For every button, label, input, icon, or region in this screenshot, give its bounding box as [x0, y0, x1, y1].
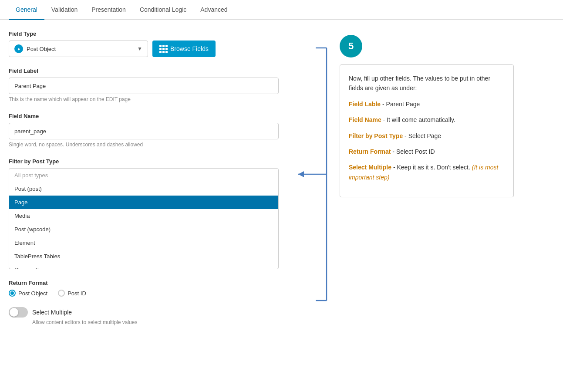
tab-validation[interactable]: Validation — [44, 0, 84, 20]
annotation-filter-val: - Select Page — [403, 132, 441, 139]
filter-post-type-list[interactable]: All post types Post (post) Page Media Po… — [9, 169, 278, 269]
right-panel: 5 Now, fill up other fields. The values … — [296, 30, 554, 325]
list-item-all[interactable]: All post types — [9, 169, 278, 182]
list-item-media[interactable]: Media — [9, 209, 278, 223]
annotation-field-label-val: - Parent Page — [381, 101, 420, 108]
tab-advanced[interactable]: Advanced — [193, 0, 234, 20]
return-format-radio-group: Post Object Post ID — [9, 290, 279, 297]
annotation-field-name-key: Field Name — [349, 116, 381, 123]
radio-post-object[interactable]: Post Object — [9, 290, 47, 297]
filter-post-type-listbox: All post types Post (post) Page Media Po… — [9, 168, 279, 269]
return-format-label: Return Format — [9, 280, 279, 286]
annotation-return-key: Return Format — [349, 148, 391, 155]
chevron-down-icon: ▼ — [137, 46, 142, 52]
field-name-hint: Single word, no spaces. Underscores and … — [9, 142, 279, 148]
toggle-knob — [10, 308, 18, 317]
toggle-row: Select Multiple — [9, 307, 279, 318]
field-type-row: ● Post Object ▼ Browse Fields — [9, 41, 279, 57]
radio-post-object-input[interactable] — [9, 290, 16, 297]
field-type-label: Field Type — [9, 30, 279, 37]
field-label-section: Field Label This is the name which will … — [9, 68, 279, 102]
annotation-return-val: - Select Post ID — [391, 148, 435, 155]
field-label-hint: This is the name which will appear on th… — [9, 96, 279, 102]
return-format-section: Return Format Post Object Post ID — [9, 280, 279, 297]
annotation-intro: Now, fill up other fields. The values to… — [349, 74, 505, 93]
bracket-svg — [296, 44, 331, 305]
list-item-element[interactable]: Element — [9, 236, 278, 250]
radio-post-id[interactable]: Post ID — [58, 290, 86, 297]
select-multiple-label: Select Multiple — [32, 309, 72, 316]
tab-general[interactable]: General — [9, 0, 44, 20]
field-type-section: Field Type ● Post Object ▼ Browse Fields — [9, 30, 279, 57]
list-item-post[interactable]: Post (post) — [9, 182, 278, 196]
annotation-filter: Filter by Post Type - Select Page — [349, 131, 505, 141]
list-item-page[interactable]: Page — [9, 196, 278, 209]
annotation-field-label: Field Lable - Parent Page — [349, 99, 505, 109]
list-item-wpcode[interactable]: Post (wpcode) — [9, 223, 278, 236]
field-name-input[interactable] — [9, 123, 279, 139]
filter-post-type-label: Filter by Post Type — [9, 158, 279, 165]
annotation-filter-key: Filter by Post Type — [349, 132, 403, 139]
tab-conditional-logic[interactable]: Conditional Logic — [133, 0, 193, 20]
field-type-dropdown[interactable]: ● Post Object ▼ — [9, 41, 148, 57]
left-panel: Field Type ● Post Object ▼ Browse Fields — [9, 30, 279, 325]
step-number-circle: 5 — [340, 35, 362, 57]
field-type-value: Post Object — [27, 46, 134, 52]
radio-post-id-input[interactable] — [58, 290, 65, 297]
select-multiple-hint: Allow content editors to select multiple… — [32, 319, 279, 325]
select-multiple-section: Select Multiple Allow content editors to… — [9, 307, 279, 325]
browse-fields-label: Browse Fields — [170, 45, 209, 52]
annotation-box: Now, fill up other fields. The values to… — [340, 64, 514, 197]
radio-post-object-label: Post Object — [18, 290, 47, 297]
list-item-tablepress[interactable]: TablePress Tables — [9, 250, 278, 263]
svg-marker-4 — [298, 171, 304, 177]
grid-icon — [159, 45, 168, 53]
annotation-field-name-val: - It will come automatically. — [381, 116, 455, 123]
list-item-signup[interactable]: Sign-up Form — [9, 263, 278, 269]
field-label-input[interactable] — [9, 78, 279, 94]
annotation-select-multiple-val: - Keep it as it s. Don't select. — [391, 164, 472, 171]
step-circle-wrapper: 5 — [340, 35, 362, 64]
select-multiple-toggle[interactable] — [9, 307, 28, 318]
annotation-return-format: Return Format - Select Post ID — [349, 147, 505, 156]
field-name-heading: Field Name — [9, 113, 279, 119]
filter-post-type-section: Filter by Post Type All post types Post … — [9, 158, 279, 269]
field-label-heading: Field Label — [9, 68, 279, 74]
main-content: Field Type ● Post Object ▼ Browse Fields — [0, 20, 563, 336]
tab-presentation[interactable]: Presentation — [84, 0, 133, 20]
field-name-section: Field Name Single word, no spaces. Under… — [9, 113, 279, 148]
annotation-select-multiple-key: Select Multiple — [349, 164, 391, 171]
annotation-field-label-key: Field Lable — [349, 101, 381, 108]
annotation-select-multiple: Select Multiple - Keep it as it s. Don't… — [349, 162, 505, 182]
browse-fields-button[interactable]: Browse Fields — [152, 41, 216, 57]
tabs-bar: General Validation Presentation Conditio… — [0, 0, 563, 20]
radio-post-id-label: Post ID — [67, 290, 86, 297]
annotation-field-name: Field Name - It will come automatically. — [349, 115, 505, 125]
post-object-icon: ● — [14, 44, 23, 53]
